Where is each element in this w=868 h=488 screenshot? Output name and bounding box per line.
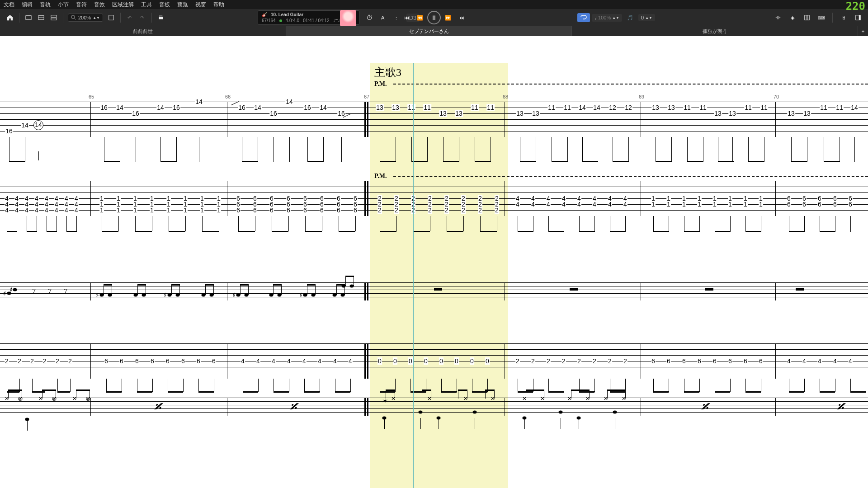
fret-number[interactable]: 2 — [531, 357, 535, 365]
fret-number[interactable]: 1 — [166, 206, 171, 214]
fret-number[interactable]: 11 — [471, 104, 479, 111]
fret-number[interactable]: 2 — [5, 357, 9, 365]
fret-number[interactable]: 2 — [17, 357, 22, 365]
menu-help[interactable]: 帮助 — [213, 1, 224, 9]
fret-number[interactable]: 13 — [728, 110, 736, 117]
fret-number[interactable]: 6 — [286, 206, 291, 214]
fret-number[interactable]: 4 — [546, 201, 551, 208]
print-icon[interactable] — [156, 12, 166, 23]
fret-number[interactable]: 16 — [172, 104, 180, 111]
panel1-icon[interactable] — [773, 12, 783, 23]
fret-number[interactable]: 11 — [407, 104, 415, 111]
fret-number[interactable]: 2 — [623, 357, 627, 365]
fret-number[interactable]: 0 — [424, 357, 428, 365]
fret-number[interactable]: 6 — [666, 357, 671, 365]
fret-number[interactable]: 1 — [712, 201, 717, 208]
fret-number[interactable]: 4 — [241, 357, 245, 365]
fret-number[interactable]: 4 — [802, 357, 807, 365]
fit-icon[interactable] — [106, 12, 117, 23]
fret-number[interactable]: 14 — [156, 104, 165, 111]
fret-number[interactable]: 4 — [592, 201, 597, 208]
fret-number[interactable]: 13 — [714, 110, 722, 117]
menu-window[interactable]: 视窗 — [195, 1, 206, 9]
fret-number[interactable]: 1 — [682, 201, 686, 208]
fret-number[interactable]: 2 — [55, 357, 60, 365]
fret-number[interactable]: 4 — [817, 357, 822, 365]
fret-number[interactable]: 14 — [254, 104, 262, 111]
fret-number[interactable]: 1 — [99, 206, 104, 214]
fret-number[interactable]: 6 — [817, 201, 822, 208]
fret-number[interactable]: 0 — [485, 357, 490, 365]
fret-number[interactable]: 11 — [547, 104, 556, 111]
add-tab-button[interactable]: + — [858, 26, 868, 36]
fret-number[interactable]: 14 — [33, 120, 43, 130]
fret-number[interactable]: 14 — [593, 104, 601, 111]
fret-number[interactable]: 4 — [271, 357, 276, 365]
fret-number[interactable]: 14 — [116, 104, 124, 111]
fretboard-icon[interactable] — [802, 12, 812, 23]
fret-number[interactable]: 13 — [787, 110, 795, 117]
tab-3[interactable]: 孤独が襲う — [572, 26, 858, 36]
fret-number[interactable]: 4 — [287, 357, 291, 365]
fret-number[interactable]: 6 — [269, 206, 274, 214]
fret-number[interactable]: 11 — [683, 104, 691, 111]
fret-number[interactable]: 13 — [651, 104, 660, 111]
fret-number[interactable]: 11 — [820, 104, 828, 111]
fret-number[interactable]: 2 — [377, 206, 382, 214]
fret-number[interactable]: 0 — [408, 357, 413, 365]
fret-number[interactable]: 6 — [181, 357, 185, 365]
fret-number[interactable]: 6 — [212, 357, 216, 365]
fret-number[interactable]: 2 — [577, 357, 581, 365]
fret-number[interactable]: 2 — [30, 357, 34, 365]
fret-number[interactable]: 11 — [760, 104, 768, 111]
menu-track[interactable]: 音轨 — [40, 1, 51, 9]
skip-start-icon[interactable]: ⏮ — [401, 12, 412, 23]
fret-number[interactable]: 1 — [150, 206, 154, 214]
skip-end-icon[interactable]: ⏭ — [456, 12, 467, 23]
fret-number[interactable]: 4 — [74, 206, 79, 214]
fret-number[interactable]: 16 — [269, 110, 278, 117]
fret-number[interactable]: 4 — [348, 357, 353, 365]
fret-number[interactable]: 11 — [486, 104, 495, 111]
fret-number[interactable]: 13 — [455, 110, 463, 117]
fret-number[interactable]: 13 — [532, 110, 540, 117]
fret-number[interactable]: 12 — [609, 104, 617, 111]
fret-number[interactable]: 0 — [439, 357, 443, 365]
fret-number[interactable]: 2 — [592, 357, 597, 365]
fret-number[interactable]: 4 — [577, 201, 581, 208]
fret-number[interactable]: 11 — [563, 104, 571, 111]
fret-number[interactable]: 0 — [393, 357, 397, 365]
fret-number[interactable]: 4 — [302, 357, 307, 365]
fret-number[interactable]: 16 — [5, 127, 13, 135]
fret-number[interactable]: 6 — [336, 206, 341, 214]
fret-number[interactable]: 4 — [333, 357, 337, 365]
avatar-widget[interactable] — [340, 10, 356, 26]
fret-number[interactable]: 1 — [759, 201, 763, 208]
fret-number[interactable]: 1 — [133, 206, 137, 214]
pause-button[interactable]: ⏸ — [427, 11, 441, 24]
fret-number[interactable]: 2 — [428, 206, 432, 214]
fret-number[interactable]: 11 — [744, 104, 752, 111]
fret-number[interactable]: 1 — [728, 201, 732, 208]
fret-number[interactable]: 4 — [623, 201, 627, 208]
zoom-control[interactable]: 200% ▲▼ — [68, 14, 103, 22]
fret-number[interactable]: 6 — [236, 206, 241, 214]
fret-number[interactable]: 6 — [743, 357, 748, 365]
fret-number[interactable]: 16 — [238, 104, 246, 111]
tuning-fork-icon[interactable]: 🎵 — [625, 12, 636, 23]
fret-number[interactable]: 4 — [531, 201, 535, 208]
layout2-icon[interactable] — [36, 12, 47, 23]
fret-number[interactable]: 2 — [444, 206, 449, 214]
panel2-icon[interactable]: ◈ — [787, 12, 798, 23]
fret-number[interactable]: 11 — [835, 104, 844, 111]
forward-icon[interactable]: ⏩ — [443, 12, 453, 23]
fret-number[interactable]: 16 — [337, 110, 345, 117]
fret-number[interactable]: 6 — [150, 357, 155, 365]
fret-number[interactable]: 16 — [303, 104, 311, 111]
fret-number[interactable]: 4 — [833, 357, 837, 365]
fret-number[interactable]: 2 — [478, 206, 482, 214]
fret-number[interactable]: 1 — [697, 201, 702, 208]
fret-number[interactable]: 0 — [454, 357, 459, 365]
fret-number[interactable]: 13 — [803, 110, 811, 117]
fret-number[interactable]: 11 — [423, 104, 431, 111]
